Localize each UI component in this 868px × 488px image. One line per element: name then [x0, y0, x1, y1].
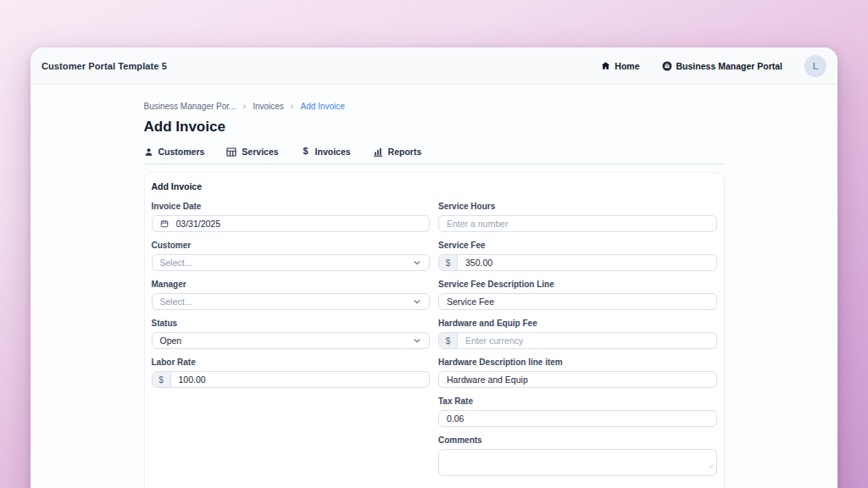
comments-textarea[interactable]	[438, 449, 717, 476]
form-column-left: Invoice Date Customer Select	[152, 202, 431, 396]
nav-portal-label: Business Manager Portal	[676, 61, 782, 71]
field-label: Labor Rate	[152, 358, 431, 368]
field-label: Tax Rate	[438, 396, 717, 407]
customer-select-value: Select...	[160, 258, 192, 268]
invoice-date-value[interactable]	[169, 216, 430, 231]
field-customer: Customer Select...	[152, 241, 431, 271]
table-icon	[226, 147, 236, 157]
chevron-down-icon	[413, 258, 421, 267]
tab-bar: Customers Services $ Invoices	[144, 147, 725, 164]
breadcrumb-portal[interactable]: Business Manager Por...	[144, 102, 236, 111]
service-fee-input[interactable]	[458, 255, 716, 270]
field-invoice-date: Invoice Date	[152, 202, 431, 232]
tab-customers[interactable]: Customers	[144, 147, 205, 157]
field-label: Invoice Date	[152, 202, 431, 212]
status-select[interactable]: Open	[152, 332, 431, 349]
svg-text:$: $	[303, 147, 308, 156]
tab-reports[interactable]: Reports	[373, 147, 422, 157]
page-title: Add Invoice	[144, 119, 725, 136]
invoice-date-input[interactable]	[152, 215, 431, 232]
main-content: Business Manager Por... › Invoices › Add…	[31, 85, 837, 488]
chevron-right-icon: ›	[291, 101, 294, 111]
field-label: Service Hours	[438, 202, 717, 212]
service-fee-description-wrap	[438, 293, 717, 310]
avatar-initial: L	[813, 61, 819, 71]
service-hours-input[interactable]	[439, 216, 716, 231]
top-navigation: Home Business Manager Portal L	[601, 55, 826, 77]
currency-prefix: $	[439, 333, 458, 348]
app-window: Customer Portal Template 5 Home Business…	[31, 47, 837, 488]
app-bar: Customer Portal Template 5 Home Business…	[31, 47, 837, 85]
field-label: Service Fee	[438, 241, 717, 251]
field-label: Hardware and Equip Fee	[438, 319, 717, 329]
service-fee-input-group: $	[438, 254, 717, 271]
tab-label: Invoices	[315, 147, 351, 157]
field-label: Customer	[152, 241, 431, 251]
add-invoice-card: Add Invoice Invoice Date	[144, 172, 725, 488]
field-manager: Manager Select...	[152, 280, 431, 310]
bar-chart-icon	[373, 147, 383, 157]
breadcrumb-invoices[interactable]: Invoices	[253, 102, 284, 111]
dollar-icon: $	[301, 147, 310, 157]
labor-rate-input[interactable]	[171, 372, 430, 387]
service-fee-description-input[interactable]	[439, 294, 716, 309]
chevron-down-icon	[413, 297, 421, 306]
customer-select[interactable]: Select...	[152, 254, 431, 271]
tab-label: Services	[242, 147, 278, 157]
form-column-right: Service Hours Service Fee $	[438, 202, 717, 485]
field-status: Status Open	[152, 319, 431, 349]
labor-rate-input-group: $	[152, 371, 431, 388]
field-comments: Comments	[438, 435, 717, 476]
tab-invoices[interactable]: $ Invoices	[301, 147, 351, 157]
tab-label: Customers	[159, 147, 205, 157]
status-select-value: Open	[160, 336, 182, 346]
field-label: Service Fee Description Line	[438, 280, 717, 290]
manager-select-value: Select...	[160, 297, 192, 307]
tax-rate-input[interactable]	[439, 411, 716, 426]
breadcrumb-add-invoice[interactable]: Add Invoice	[300, 102, 344, 111]
card-title: Add Invoice	[152, 181, 717, 191]
field-service-fee-description: Service Fee Description Line	[438, 280, 717, 310]
field-label: Manager	[152, 280, 431, 290]
user-avatar[interactable]: L	[804, 55, 826, 77]
home-icon	[601, 61, 610, 70]
breadcrumb: Business Manager Por... › Invoices › Add…	[144, 101, 725, 111]
nav-business-manager-portal[interactable]: Business Manager Portal	[662, 61, 782, 71]
app-title: Customer Portal Template 5	[42, 61, 167, 71]
field-label: Comments	[438, 435, 717, 446]
chevron-down-icon	[413, 336, 421, 345]
field-label: Hardware Description line item	[438, 358, 717, 368]
manager-select[interactable]: Select...	[152, 293, 431, 310]
nav-home-label: Home	[615, 61, 639, 71]
field-hardware-fee: Hardware and Equip Fee $	[438, 319, 717, 349]
field-hardware-description: Hardware Description line item	[438, 358, 717, 388]
user-icon	[144, 147, 153, 157]
tax-rate-wrap	[438, 410, 717, 427]
field-tax-rate: Tax Rate	[438, 396, 717, 427]
currency-prefix: $	[153, 372, 171, 387]
field-label: Status	[152, 319, 431, 329]
hardware-description-input[interactable]	[439, 372, 716, 387]
field-service-hours: Service Hours	[438, 202, 717, 232]
currency-prefix: $	[439, 255, 458, 270]
chevron-right-icon: ›	[242, 101, 246, 111]
hardware-fee-input[interactable]	[458, 333, 716, 348]
calendar-icon	[160, 219, 169, 228]
nav-home[interactable]: Home	[601, 61, 639, 71]
portal-icon	[662, 61, 672, 71]
service-hours-input-wrap	[438, 215, 717, 232]
field-labor-rate: Labor Rate $	[152, 358, 431, 388]
tab-label: Reports	[388, 147, 422, 157]
tab-services[interactable]: Services	[226, 147, 278, 157]
hardware-fee-input-group: $	[438, 332, 717, 349]
field-service-fee: Service Fee $	[438, 241, 717, 271]
hardware-description-wrap	[438, 371, 717, 388]
